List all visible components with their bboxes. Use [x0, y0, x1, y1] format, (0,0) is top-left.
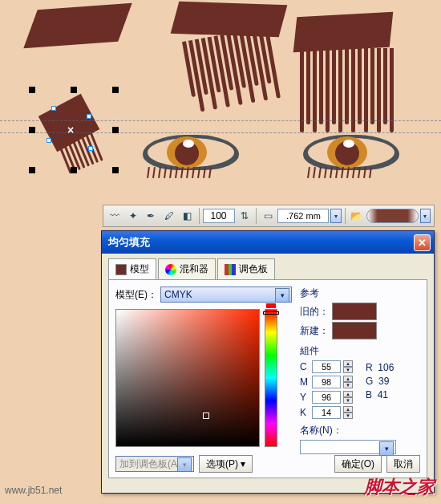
spinner[interactable]: ▲▼	[343, 376, 353, 388]
wheel-icon	[165, 264, 176, 275]
guide-line[interactable]	[0, 132, 441, 133]
color-gradient-picker[interactable]	[115, 309, 260, 447]
m-label: M	[300, 376, 310, 388]
spinner[interactable]: ▲▼	[343, 406, 353, 419]
hue-slider[interactable]	[265, 309, 277, 447]
dropdown-arrow-icon[interactable]: ▾	[330, 209, 341, 223]
stroke-width-input[interactable]	[277, 209, 329, 223]
node-handle[interactable]	[47, 138, 51, 143]
dialog-title: 均匀填充	[105, 235, 414, 250]
add-palette-combo[interactable]: 加到调色板(A)▾	[115, 456, 194, 472]
spray-tool-icon[interactable]: ✦	[125, 207, 142, 225]
selection-handle[interactable]	[71, 167, 77, 173]
watermark-brand: 脚本之家	[364, 475, 435, 499]
pen-icon[interactable]: 🖊	[161, 207, 178, 225]
stepper-icon[interactable]: ⇅	[237, 207, 253, 225]
node-handle[interactable]	[88, 146, 93, 151]
y-input[interactable]	[312, 391, 341, 404]
tab-mixer[interactable]: 混和器	[158, 258, 216, 279]
brush-tool-icon[interactable]: 〰	[107, 207, 123, 225]
y-label: Y	[300, 392, 310, 403]
watermark-url: www.jb51.net	[5, 485, 62, 496]
selection-handle[interactable]	[112, 167, 119, 173]
selection-handle[interactable]	[71, 87, 77, 93]
canvas-area[interactable]: ×	[0, 0, 441, 225]
palette-icon	[225, 264, 236, 275]
selection-center[interactable]: ×	[67, 124, 74, 136]
property-toolbar: 〰 ✦ ✒ 🖊 ◧ ⇅ ▭ ▾ 📂 ▾	[103, 205, 435, 227]
model-label: 模型(E)：	[115, 288, 157, 302]
new-color-label: 新建：	[300, 324, 329, 338]
old-color-label: 旧的：	[300, 305, 329, 319]
selection-handle[interactable]	[29, 167, 35, 173]
selection-handle[interactable]	[112, 127, 119, 133]
tab-palette[interactable]: 调色板	[217, 258, 275, 279]
node-handle[interactable]	[87, 114, 91, 119]
calligraphy-icon[interactable]: ✒	[143, 207, 160, 225]
cancel-button[interactable]: 取消	[386, 455, 420, 473]
g-readout: G 39	[366, 376, 394, 387]
new-color-swatch	[332, 322, 377, 339]
c-label: C	[300, 361, 310, 372]
spinner[interactable]: ▲▼	[343, 360, 353, 373]
tab-model[interactable]: 模型	[108, 258, 156, 280]
options-button[interactable]: 选项(P) ▾	[199, 455, 253, 473]
k-label: K	[300, 407, 310, 418]
hair-fringe	[182, 26, 281, 113]
spinner[interactable]: ▲▼	[343, 391, 353, 404]
brush-preview[interactable]	[366, 209, 419, 223]
close-button[interactable]: ✕	[414, 234, 431, 251]
uniform-fill-dialog: 均匀填充 ✕ 模型 混和器 调色板 模型(E)： CMYK 参考 旧的： 新建：	[101, 230, 435, 494]
ok-button[interactable]: 确定(O)	[334, 455, 382, 473]
old-color-swatch	[332, 303, 377, 320]
color-name-combo[interactable]	[300, 440, 396, 454]
components-heading: 組件	[300, 344, 420, 358]
node-handle[interactable]	[51, 106, 56, 111]
opacity-input[interactable]	[203, 209, 235, 223]
folder-icon[interactable]: 📂	[348, 207, 365, 225]
color-model-combo[interactable]: CMYK	[160, 287, 292, 303]
pressure-icon[interactable]: ◧	[179, 207, 196, 225]
dialog-titlebar[interactable]: 均匀填充 ✕	[102, 231, 434, 254]
name-label: 名称(N)：	[300, 424, 420, 437]
b-readout: B 41	[366, 389, 394, 400]
stroke-icon[interactable]: ▭	[260, 207, 277, 225]
hue-marker[interactable]	[263, 311, 279, 315]
color-picker-cursor[interactable]	[203, 413, 209, 419]
hair-shape	[171, 2, 288, 38]
k-input[interactable]	[312, 406, 341, 419]
eye-shape	[143, 135, 239, 175]
selection-handle[interactable]	[29, 87, 35, 93]
reference-heading: 参考	[300, 287, 420, 300]
hair-shape	[23, 3, 131, 48]
guide-line[interactable]	[0, 120, 441, 121]
hair-shape	[293, 12, 394, 52]
r-readout: R 106	[366, 362, 394, 373]
square-icon	[115, 264, 127, 275]
c-input[interactable]	[312, 360, 341, 373]
selection-handle[interactable]	[112, 87, 119, 93]
selection-handle[interactable]	[29, 127, 35, 133]
m-input[interactable]	[312, 376, 341, 388]
dialog-tabs: 模型 混和器 调色板	[102, 254, 434, 279]
dropdown-arrow-icon[interactable]: ▾	[420, 209, 431, 223]
eye-shape	[303, 135, 399, 175]
tab-body: 模型(E)： CMYK 参考 旧的： 新建： 組件 C▲▼	[108, 279, 427, 478]
